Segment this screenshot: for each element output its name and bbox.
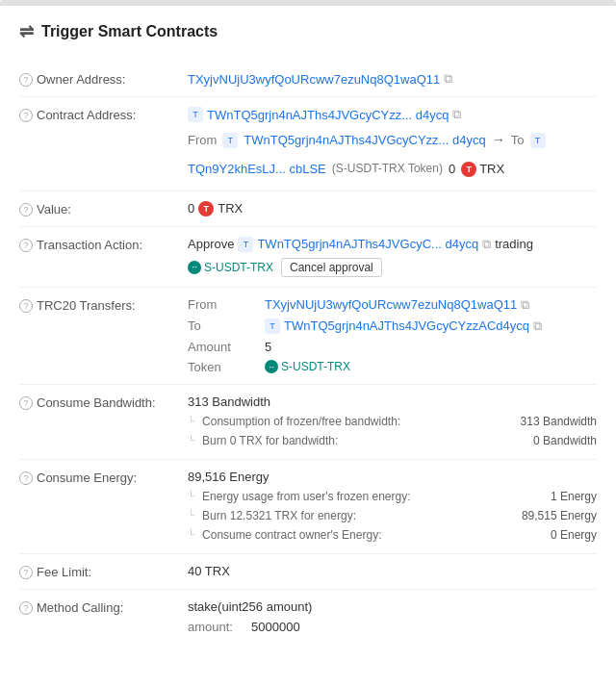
method-calling-amount: amount: 5000000 — [188, 620, 597, 634]
trc20-value: From TXyjvNUjU3wyfQoURcww7ezuNq8Q1waQ11 … — [188, 297, 597, 374]
owner-address-value: TXyjvNUjU3wyfQoURcww7ezuNq8Q1waQ11 ⧉ — [188, 71, 597, 87]
bandwidth-main-value: 313 Bandwidth — [188, 394, 597, 409]
energy-sub-items: └ Energy usage from user's frozen energy… — [188, 488, 597, 544]
main-container: ⇌ Trigger Smart Contracts ? Owner Addres… — [0, 6, 616, 663]
owner-address-copy-icon[interactable]: ⧉ — [444, 71, 452, 87]
method-calling-help-icon[interactable]: ? — [19, 601, 33, 615]
value-value: 0 T TRX — [188, 201, 597, 216]
trc20-to-token-icon: T — [265, 318, 280, 334]
contract-address-label: ? Contract Address: — [19, 107, 188, 122]
trc20-amount-label: Amount — [188, 340, 255, 354]
energy-bullet-2: └ — [188, 529, 194, 540]
action-token-icon: T — [238, 237, 253, 252]
trigger-icon: ⇌ — [19, 21, 34, 42]
transaction-action-label: ? Transaction Action: — [19, 237, 188, 252]
trx-badge: T TRX — [461, 158, 504, 180]
bandwidth-row: ? Consume Bandwidth: 313 Bandwidth └ Con… — [19, 385, 597, 460]
value-label: ? Value: — [19, 201, 188, 216]
trc20-label: ? TRC20 Transfers: — [19, 297, 188, 313]
energy-sub-item-0: └ Energy usage from user's frozen energy… — [188, 488, 597, 505]
contract-address-value: T TWnTQ5grjn4nAJThs4JVGcyCYzz... d4ycq ⧉… — [188, 107, 597, 181]
method-calling-row: ? Method Calling: stake(uint256 amount) … — [19, 590, 597, 644]
transaction-action-value: Approve T TWnTQ5grjn4nAJThs4JVGcyC... d4… — [188, 237, 597, 277]
value-amount: 0 — [188, 201, 194, 216]
transaction-action-help-icon[interactable]: ? — [19, 239, 33, 252]
trx-currency: TRX — [479, 158, 504, 180]
action-contract: TWnTQ5grjn4nAJThs4JVGcyC... d4ycq — [257, 237, 478, 251]
trc20-to-copy-icon[interactable]: ⧉ — [533, 318, 542, 334]
energy-row: ? Consume Energy: 89,516 Energy └ Energy… — [19, 460, 597, 554]
owner-address-text: TXyjvNUjU3wyfQoURcww7ezuNq8Q1waQ11 — [188, 72, 440, 87]
trc20-to-value: TWnTQ5grjn4nAJThs4JVGcyCYzzACd4ycq — [284, 318, 529, 333]
contract-address-row: ? Contract Address: T TWnTQ5grjn4nAJThs4… — [19, 97, 597, 191]
fee-limit-row: ? Fee Limit: 40 TRX — [19, 554, 597, 590]
from-address: TWnTQ5grjn4nAJThs4JVGcyCYzz... d4ycq — [244, 129, 485, 151]
method-calling-label: ? Method Calling: — [19, 599, 188, 615]
owner-address-row: ? Owner Address: TXyjvNUjU3wyfQoURcww7ez… — [19, 62, 597, 97]
energy-sub-label-2: Consume contract owner's Energy: — [202, 528, 381, 542]
trc20-from-label: From — [188, 297, 255, 313]
fee-limit-help-icon[interactable]: ? — [19, 566, 33, 579]
fee-limit-text: 40 TRX — [188, 564, 230, 578]
trc20-token-name: S-USDT-TRX — [281, 360, 350, 373]
section-title: ⇌ Trigger Smart Contracts — [19, 21, 597, 42]
energy-bullet-0: └ — [188, 491, 194, 501]
bandwidth-sub-label-1: Burn 0 TRX for bandwidth: — [202, 434, 338, 447]
contract-amount: 0 — [449, 158, 455, 180]
page-title: Trigger Smart Contracts — [41, 23, 218, 40]
action-copy-icon[interactable]: ⧉ — [482, 237, 491, 252]
bandwidth-sub-item-1: └ Burn 0 TRX for bandwidth: 0 Bandwidth — [188, 432, 597, 449]
bullet-icon-0: └ — [188, 416, 194, 426]
energy-value: 89,516 Energy └ Energy usage from user's… — [188, 470, 597, 544]
trc20-transfers-row: ? TRC20 Transfers: From TXyjvNUjU3wyfQoU… — [19, 288, 597, 385]
contract-address-short: TWnTQ5grjn4nAJThs4JVGcyCYzz... d4ycq — [207, 108, 449, 122]
bandwidth-sub-items: └ Consumption of frozen/free bandwidth: … — [188, 413, 597, 449]
trc20-from-copy-icon[interactable]: ⧉ — [521, 297, 529, 313]
bandwidth-sub-item-0: └ Consumption of frozen/free bandwidth: … — [188, 413, 597, 430]
energy-sub-value-1: 89,515 Energy — [522, 509, 597, 522]
susdt-token: S-USDT-TRX — [204, 261, 273, 274]
energy-bullet-1: └ — [188, 510, 194, 521]
susdt-icon: ↔ — [188, 261, 201, 274]
contract-token-icon: T — [188, 107, 203, 122]
bandwidth-sub-value-1: 0 Bandwidth — [533, 434, 597, 447]
method-calling-value: stake(uint256 amount) amount: 5000000 — [188, 599, 597, 634]
contract-from-to: From T TWnTQ5grjn4nAJThs4JVGcyCYzz... d4… — [188, 128, 597, 181]
trc20-from-value: TXyjvNUjU3wyfQoURcww7ezuNq8Q1waQ11 — [265, 297, 517, 312]
energy-main-value: 89,516 Energy — [188, 470, 597, 484]
cancel-approval-button[interactable]: Cancel approval — [281, 258, 382, 277]
owner-address-help-icon[interactable]: ? — [19, 73, 33, 87]
from-label: From — [188, 129, 217, 151]
value-help-icon[interactable]: ? — [19, 203, 33, 216]
energy-sub-value-0: 1 Energy — [551, 490, 597, 503]
trc20-token-value: ↔ S-USDT-TRX — [265, 360, 597, 374]
energy-label: ? Consume Energy: — [19, 470, 188, 485]
to-token-icon: T — [530, 133, 546, 148]
trading-label: trading — [495, 237, 533, 251]
fee-limit-label: ? Fee Limit: — [19, 564, 188, 579]
method-amount-label: amount: — [188, 620, 245, 634]
trc20-token-icon: ↔ — [265, 360, 278, 373]
arrow-icon: → — [492, 128, 505, 152]
value-trx-icon: T — [198, 201, 214, 216]
contract-address-help-icon[interactable]: ? — [19, 109, 33, 122]
energy-sub-label-0: Energy usage from user's frozen energy: — [202, 490, 410, 503]
fee-limit-value: 40 TRX — [188, 564, 597, 578]
trx-icon: T — [461, 162, 476, 177]
energy-sub-label-1: Burn 12.5321 TRX for energy: — [202, 509, 356, 522]
energy-help-icon[interactable]: ? — [19, 471, 33, 485]
value-row: ? Value: 0 T TRX — [19, 191, 597, 227]
trc20-help-icon[interactable]: ? — [19, 299, 33, 313]
susdt-badge: ↔ S-USDT-TRX — [188, 261, 273, 274]
bandwidth-label: ? Consume Bandwidth: — [19, 394, 188, 410]
to-label: To — [511, 129, 525, 151]
trc20-to-label: To — [188, 318, 255, 334]
method-amount-value: 5000000 — [251, 620, 300, 634]
bandwidth-sub-value-0: 313 Bandwidth — [521, 415, 597, 428]
bandwidth-help-icon[interactable]: ? — [19, 396, 33, 410]
contract-copy-icon[interactable]: ⧉ — [452, 107, 461, 122]
to-address: TQn9Y2khEsLJ... cbLSE — [188, 158, 326, 180]
method-calling-text: stake(uint256 amount) — [188, 599, 597, 614]
value-currency: TRX — [218, 201, 243, 216]
bullet-icon-1: └ — [188, 435, 194, 445]
